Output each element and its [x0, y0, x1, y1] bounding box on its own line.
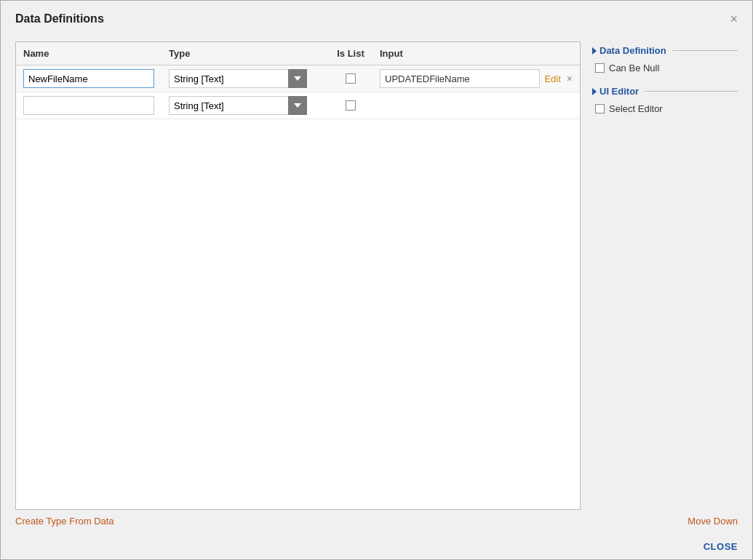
table-rows: String [Text] Number [Decimal] Number [I… — [16, 65, 580, 509]
data-definition-section-header: Data Definition — [592, 45, 738, 56]
right-panel: Data Definition Can Be Null UI Editor Se… — [592, 41, 738, 527]
type-dropdown-btn-1[interactable] — [288, 69, 307, 88]
create-type-link[interactable]: Create Type From Data — [15, 516, 581, 527]
input-value-1[interactable] — [380, 69, 540, 88]
type-select-1[interactable]: String [Text] Number [Decimal] Number [I… — [169, 69, 307, 88]
close-icon[interactable]: × — [730, 12, 738, 25]
col-header-islist: Is List — [322, 48, 380, 59]
can-be-null-checkbox[interactable] — [595, 63, 605, 73]
can-be-null-row: Can Be Null — [595, 60, 738, 76]
select-editor-row: Select Editor — [595, 101, 738, 116]
dialog-footer: CLOSE — [1, 534, 752, 559]
col-header-type: Type — [169, 48, 322, 59]
section-divider — [672, 50, 738, 51]
cell-islist-1 — [322, 73, 380, 84]
ui-editor-content: Select Editor — [592, 101, 738, 116]
islist-checkbox-1[interactable] — [346, 73, 356, 84]
data-definition-label: Data Definition — [599, 45, 666, 56]
close-button[interactable]: CLOSE — [704, 541, 738, 552]
dropdown-arrow-icon — [294, 76, 301, 81]
cell-name-2 — [23, 96, 169, 115]
main-panel: Name Type Is List Input — [15, 41, 581, 527]
move-down-link[interactable]: Move Down — [592, 516, 738, 527]
islist-checkbox-2[interactable] — [346, 100, 356, 111]
type-select-2[interactable]: String [Text] Number [Decimal] Number [I… — [169, 96, 307, 115]
edit-link-1[interactable]: Edit — [544, 73, 560, 84]
select-editor-label: Select Editor — [609, 103, 663, 114]
cell-type-1: String [Text] Number [Decimal] Number [I… — [169, 69, 322, 88]
close-row-btn-1[interactable]: × — [567, 73, 573, 84]
type-select-wrapper-1: String [Text] Number [Decimal] Number [I… — [169, 69, 307, 88]
name-input-1[interactable] — [23, 69, 154, 88]
name-input-2[interactable] — [23, 96, 154, 115]
section-divider-2 — [645, 91, 738, 92]
dialog-body: Name Type Is List Input — [1, 34, 752, 534]
dialog-header: Data Definitions × — [1, 1, 752, 34]
table-header: Name Type Is List Input — [16, 42, 580, 65]
cell-islist-2 — [322, 100, 380, 111]
data-definition-content: Can Be Null — [592, 60, 738, 76]
ui-editor-label: UI Editor — [599, 86, 639, 97]
table-row: String [Text] Number [Decimal] Number [I… — [16, 65, 580, 92]
data-table: Name Type Is List Input — [15, 41, 581, 510]
type-dropdown-btn-2[interactable] — [288, 96, 307, 115]
col-header-input: Input — [380, 48, 573, 59]
dropdown-arrow-icon-2 — [294, 103, 301, 108]
can-be-null-label: Can Be Null — [609, 63, 659, 73]
section-collapse-icon[interactable] — [592, 47, 597, 55]
cell-type-2: String [Text] Number [Decimal] Number [I… — [169, 96, 322, 115]
type-select-wrapper-2: String [Text] Number [Decimal] Number [I… — [169, 96, 307, 115]
select-editor-checkbox[interactable] — [595, 104, 605, 113]
dialog-title: Data Definitions — [15, 12, 104, 25]
data-definitions-dialog: Data Definitions × Name Type Is List Inp… — [0, 0, 753, 560]
col-header-name: Name — [23, 48, 169, 59]
cell-input-1: Edit × — [380, 69, 573, 88]
cell-name-1 — [23, 69, 169, 88]
section-collapse-icon-2[interactable] — [592, 88, 597, 95]
ui-editor-section-header: UI Editor — [592, 86, 738, 97]
table-row: String [Text] Number [Decimal] Number [I… — [16, 92, 580, 119]
